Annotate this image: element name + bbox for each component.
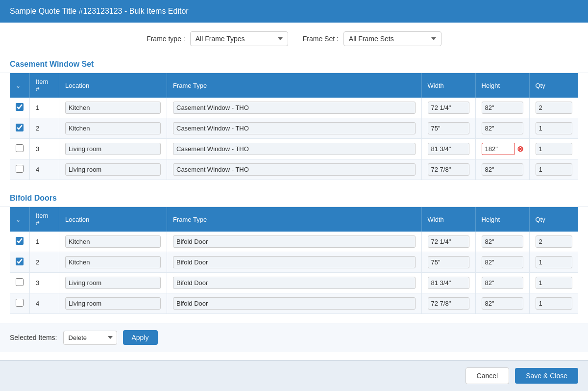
row-width — [421, 252, 475, 273]
bifold-th-check[interactable]: ⌄ — [10, 207, 30, 232]
frame-type-input[interactable] — [173, 102, 416, 114]
width-input[interactable] — [428, 277, 469, 289]
table-row: 4 — [10, 293, 578, 314]
location-input[interactable] — [65, 163, 161, 176]
location-input[interactable] — [65, 122, 161, 134]
row-qty — [529, 232, 578, 252]
frame-type-label: Frame type : — [147, 35, 185, 43]
casement-th-width: Width — [421, 73, 475, 98]
frame-type-input[interactable] — [173, 122, 416, 134]
apply-button[interactable]: Apply — [123, 330, 158, 345]
frame-type-input[interactable] — [173, 297, 416, 310]
row-height — [475, 232, 529, 252]
height-input[interactable] — [482, 235, 523, 248]
casement-th-frame-type: Frame Type — [167, 73, 422, 98]
bifold-th-item: Item # — [30, 207, 59, 232]
row-height — [475, 98, 529, 118]
row-checkbox[interactable] — [16, 103, 24, 111]
row-checkbox[interactable] — [16, 299, 24, 307]
row-frame-type — [167, 273, 422, 293]
width-input[interactable] — [428, 163, 469, 176]
row-location — [59, 252, 167, 273]
table-row: 1 — [10, 232, 578, 252]
row-height: ⊗ — [475, 139, 529, 159]
qty-input[interactable] — [536, 235, 573, 248]
row-location — [59, 118, 167, 139]
frame-type-select[interactable]: All Frame Types Casement Window Bifold D… — [190, 31, 288, 46]
bifold-section: Bifold Doors ⌄ Item # Location Frame Typ… — [0, 189, 588, 319]
qty-input[interactable] — [536, 143, 573, 155]
frame-type-input[interactable] — [173, 256, 416, 268]
casement-th-qty: Qty — [529, 73, 578, 98]
row-check-cell[interactable] — [10, 159, 30, 180]
frame-type-input[interactable] — [173, 235, 416, 248]
height-input[interactable] — [482, 297, 523, 310]
width-input[interactable] — [428, 143, 469, 155]
row-check-cell[interactable] — [10, 273, 30, 293]
table-row: 3⊗ — [10, 139, 578, 159]
casement-section: Casement Window Set ⌄ Item # Location Fr… — [0, 55, 588, 185]
row-item-number: 1 — [30, 232, 59, 252]
location-input[interactable] — [65, 297, 161, 310]
row-checkbox[interactable] — [16, 258, 24, 265]
frame-type-input[interactable] — [173, 143, 416, 155]
row-qty — [529, 252, 578, 273]
qty-input[interactable] — [536, 102, 573, 114]
height-input[interactable] — [482, 256, 523, 268]
row-location — [59, 293, 167, 314]
row-checkbox[interactable] — [16, 144, 24, 152]
qty-input[interactable] — [536, 122, 573, 134]
casement-header-row: ⌄ Item # Location Frame Type Width Heigh… — [10, 73, 578, 98]
bottom-actions: Cancel Save & Close — [0, 360, 588, 391]
row-check-cell[interactable] — [10, 98, 30, 118]
qty-input[interactable] — [536, 163, 573, 176]
row-check-cell[interactable] — [10, 232, 30, 252]
width-input[interactable] — [428, 235, 469, 248]
row-checkbox[interactable] — [16, 278, 24, 286]
row-checkbox[interactable] — [16, 165, 24, 173]
main-content: Frame type : All Frame Types Casement Wi… — [0, 23, 588, 360]
selected-items-label: Selected Items: — [10, 334, 57, 341]
row-height — [475, 273, 529, 293]
action-select[interactable]: Delete Duplicate Move — [63, 331, 117, 345]
height-input[interactable] — [482, 277, 523, 289]
location-input[interactable] — [65, 277, 161, 289]
row-frame-type — [167, 293, 422, 314]
height-input[interactable] — [482, 143, 515, 155]
row-check-cell[interactable] — [10, 252, 30, 273]
width-input[interactable] — [428, 297, 469, 310]
row-width — [421, 159, 475, 180]
height-input[interactable] — [482, 122, 523, 134]
location-input[interactable] — [65, 143, 161, 155]
row-checkbox[interactable] — [16, 124, 24, 131]
bifold-chevron-icon[interactable]: ⌄ — [16, 216, 21, 223]
row-check-cell[interactable] — [10, 118, 30, 139]
row-item-number: 2 — [30, 118, 59, 139]
row-check-cell[interactable] — [10, 139, 30, 159]
location-input[interactable] — [65, 256, 161, 268]
save-close-button[interactable]: Save & Close — [515, 368, 578, 384]
cancel-button[interactable]: Cancel — [466, 367, 510, 384]
width-input[interactable] — [428, 102, 469, 114]
qty-input[interactable] — [536, 277, 573, 289]
location-input[interactable] — [65, 235, 161, 248]
bifold-th-qty: Qty — [529, 207, 578, 232]
qty-input[interactable] — [536, 297, 573, 310]
frame-set-filter-group: Frame Set : All Frame Sets Casement Wind… — [303, 31, 441, 46]
frame-type-input[interactable] — [173, 163, 416, 176]
casement-chevron-icon[interactable]: ⌄ — [16, 82, 21, 89]
row-height — [475, 293, 529, 314]
casement-th-check[interactable]: ⌄ — [10, 73, 30, 98]
row-check-cell[interactable] — [10, 293, 30, 314]
frame-type-input[interactable] — [173, 277, 416, 289]
height-input[interactable] — [482, 163, 523, 176]
casement-th-item: Item # — [30, 73, 59, 98]
row-qty — [529, 139, 578, 159]
width-input[interactable] — [428, 256, 469, 268]
frame-set-select[interactable]: All Frame Sets Casement Window Set Bifol… — [343, 31, 441, 46]
width-input[interactable] — [428, 122, 469, 134]
row-checkbox[interactable] — [16, 237, 24, 245]
location-input[interactable] — [65, 102, 161, 114]
qty-input[interactable] — [536, 256, 573, 268]
height-input[interactable] — [482, 102, 523, 114]
